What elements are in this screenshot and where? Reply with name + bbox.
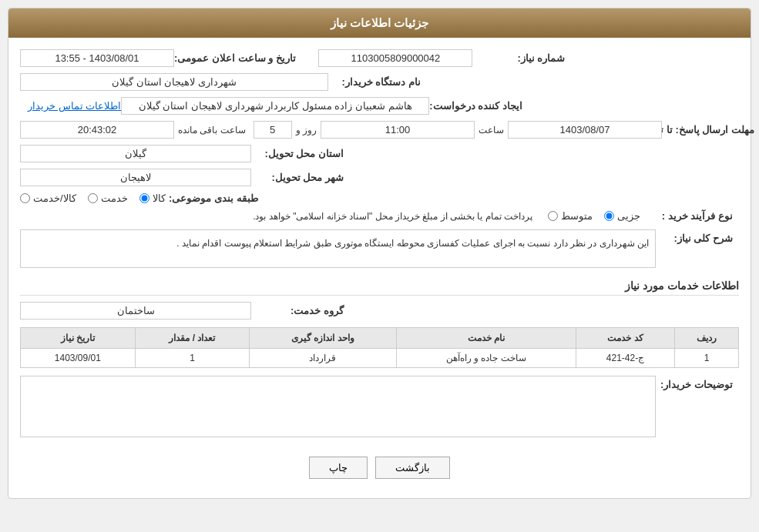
deadline-date: 1403/08/07 bbox=[508, 121, 662, 139]
radio-motavasset-label: متوسط bbox=[561, 210, 593, 222]
province-value: گیلان bbox=[20, 145, 251, 162]
category-label: طبقه بندی موضوعی: bbox=[166, 192, 258, 204]
col-quantity: تعداد / مقدار bbox=[135, 328, 250, 349]
deadline-time: 11:00 bbox=[321, 121, 475, 139]
purchase-note: پرداخت تمام یا بخشی از مبلغ خریداز محل "… bbox=[20, 211, 532, 222]
deadline-time-label: ساعت bbox=[479, 125, 504, 136]
deadline-day-label: روز و bbox=[296, 125, 317, 136]
city-value: لاهیجان bbox=[20, 169, 251, 186]
announce-value: 1403/08/01 - 13:55 bbox=[20, 49, 174, 67]
radio-motavasset[interactable]: متوسط bbox=[548, 210, 593, 222]
col-unit: واحد اندازه گیری bbox=[250, 328, 396, 349]
service-group-label: گروه خدمت: bbox=[251, 305, 344, 316]
radio-jozee-label: جزیی bbox=[617, 210, 640, 222]
deadline-label: مهلت ارسال پاسخ: تا تاریخ: bbox=[662, 124, 754, 136]
back-button[interactable]: بازگشت bbox=[375, 457, 450, 479]
radio-khedmat[interactable]: خدمت bbox=[88, 192, 128, 204]
remaining-time: 20:43:02 bbox=[20, 121, 174, 139]
buyer-notes-label: توضیحات خریدار: bbox=[656, 379, 733, 390]
panel-title: جزئیات اطلاعات نیاز bbox=[8, 8, 751, 38]
table-row: 1ج-42-421ساخت جاده و راه‌آهنقرارداد11403… bbox=[21, 349, 739, 368]
col-code: کد خدمت bbox=[576, 328, 675, 349]
services-table: ردیف کد خدمت نام خدمت واحد اندازه گیری ت… bbox=[20, 327, 739, 368]
service-group-value: ساختمان bbox=[20, 302, 251, 320]
radio-kala-khedmat[interactable]: کالا/خدمت bbox=[20, 192, 76, 204]
services-section-title: اطلاعات خدمات مورد نیاز bbox=[20, 279, 739, 296]
radio-jozee[interactable]: جزیی bbox=[604, 210, 640, 222]
radio-kala-label: کالا bbox=[153, 192, 166, 204]
deadline-days: 5 bbox=[254, 121, 292, 139]
purchase-type-group: جزیی متوسط bbox=[548, 210, 640, 222]
creator-value: هاشم شعبیان زاده مسئول کاربردار شهرداری … bbox=[121, 97, 429, 115]
city-label: شهر محل تحویل: bbox=[251, 172, 344, 183]
buttons-row: بازگشت چاپ bbox=[20, 449, 739, 487]
creator-label: ایجاد کننده درخواست: bbox=[429, 100, 522, 112]
col-row: ردیف bbox=[675, 328, 739, 349]
radio-kala[interactable]: کالا bbox=[139, 192, 166, 204]
org-name-label: نام دستگاه خریدار: bbox=[328, 76, 421, 88]
contact-link[interactable]: اطلاعات تماس خریدار bbox=[28, 100, 121, 112]
need-number-label: شماره نیاز: bbox=[472, 52, 565, 64]
purchase-type-label: نوع فرآیند خرید : bbox=[640, 210, 733, 222]
announce-label: تاریخ و ساعت اعلان عمومی: bbox=[174, 52, 296, 64]
org-name-value: شهرداری لاهیجان استان گیلان bbox=[20, 73, 328, 91]
radio-kala-khedmat-label: کالا/خدمت bbox=[33, 192, 76, 204]
col-name: نام خدمت bbox=[396, 328, 576, 349]
need-number-value: 1103005809000042 bbox=[318, 49, 472, 67]
need-description-label: شرح کلی نیاز: bbox=[656, 233, 733, 244]
province-label: استان محل تحویل: bbox=[251, 148, 344, 159]
buyer-notes-textarea[interactable] bbox=[20, 376, 656, 437]
print-button[interactable]: چاپ bbox=[309, 457, 368, 479]
col-date: تاریخ نیاز bbox=[21, 328, 136, 349]
remaining-label: ساعت باقی مانده bbox=[178, 125, 246, 136]
need-description-content: این شهرداری در نظر دارد نسبت به اجرای عم… bbox=[20, 229, 656, 268]
category-radio-group: کالا خدمت کالا/خدمت bbox=[20, 192, 166, 204]
radio-khedmat-label: خدمت bbox=[101, 192, 128, 204]
